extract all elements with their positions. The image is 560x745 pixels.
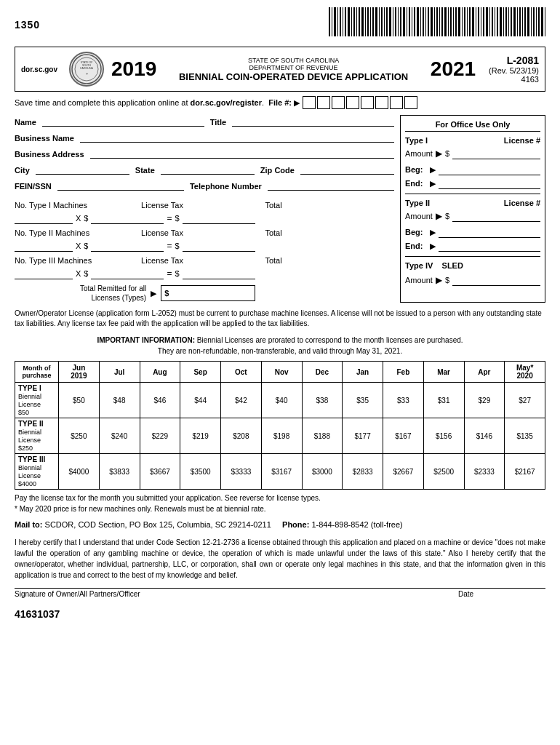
file-box-6[interactable] [375,96,388,109]
business-name-input[interactable] [80,131,394,143]
type1-end-input[interactable] [439,178,540,189]
svg-rect-33 [417,7,419,36]
right-divider-1 [405,194,540,194]
svg-rect-55 [478,7,479,36]
svg-rect-38 [431,7,433,36]
arrow-icon: ▶ [294,98,300,108]
table-header-row: Month ofpurchase Jun2019 Jul Aug Sep Oct… [15,362,545,383]
type1-tax-input[interactable] [91,212,164,224]
type1-amount-input[interactable] [452,148,540,159]
col-jun2019: Jun2019 [59,362,100,383]
phone-label: Phone: [282,520,309,529]
type3-mar: $2500 [423,454,464,490]
type2-may: $135 [505,418,545,454]
file-box-1[interactable] [303,96,316,109]
header-section: dor.sc.gov STATE OF SOUTH CAROLINA ✦ 201… [15,47,545,92]
main-content: Name Title Business Name Business Addres… [15,115,545,303]
telephone-input[interactable] [268,179,394,191]
type1-beg-input[interactable] [439,164,540,175]
header-middle: STATE OF SOUTH CAROLINA DEPARTMENT OF RE… [169,57,417,82]
svg-rect-72 [524,7,526,36]
type2-tax-input[interactable] [91,240,164,252]
svg-rect-23 [389,7,391,36]
total-remitted-label: Total Remitted for all [80,284,146,293]
type2-end-input[interactable] [439,240,540,252]
mail-label: Mail to: [15,520,43,529]
sled-amount-input[interactable] [452,274,540,286]
important-title: IMPORTANT INFORMATION: [97,336,195,344]
state-name: STATE OF SOUTH CAROLINA [169,57,417,64]
type3-tax-label: License Tax [129,256,195,265]
business-address-input[interactable] [90,147,394,159]
type2-aug: $229 [140,418,180,454]
type2-office-label: Type II [405,199,430,207]
zip-label: Zip Code [260,166,295,175]
type2-amount-input[interactable] [452,210,540,222]
important-section: IMPORTANT INFORMATION: Biennial Licenses… [15,335,545,356]
type1-x: X [76,214,81,223]
type3-total-input[interactable] [183,268,255,279]
svg-rect-53 [472,7,474,36]
svg-rect-39 [434,7,435,36]
type2-count-input[interactable] [15,240,73,252]
svg-rect-13 [361,7,364,36]
svg-rect-4 [337,7,338,36]
type2-office-header: Type II License # [405,199,540,207]
certify-section: I hereby certify that I understand that … [15,537,545,581]
type3-jul: $3833 [99,454,140,490]
type3-tax-input[interactable] [91,268,164,279]
city-input[interactable] [36,163,129,175]
svg-rect-42 [441,7,443,36]
type4-header: Type IV SLED [405,261,540,270]
type3-label: No. Type III Machines [15,256,109,265]
fein-input[interactable] [57,179,184,191]
type1-apr: $29 [464,383,505,418]
file-box-5[interactable] [361,96,374,109]
important-text: Biennial Licenses are prorated to corres… [197,336,463,344]
svg-rect-27 [400,7,401,36]
type2-feb: $167 [383,418,424,454]
type2-jan: $177 [343,418,383,454]
may-note: * May 2020 price is for new machines onl… [15,505,545,513]
file-box-3[interactable] [332,96,345,109]
file-box-2[interactable] [317,96,330,109]
file-label: File #: [268,98,292,107]
svg-rect-41 [439,7,440,36]
col-sep: Sep [180,362,221,383]
state-input[interactable] [161,163,255,175]
type2-data-row: TYPE II BiennialLicense$250 $250 $240 $2… [15,418,545,454]
right-divider-2 [405,256,540,257]
type1-total-input[interactable] [183,212,255,224]
name-input[interactable] [42,115,204,127]
svg-rect-9 [351,7,352,36]
file-box-7[interactable] [390,96,403,109]
type2-beg-input[interactable] [439,226,540,238]
type1-oct: $42 [221,383,262,418]
svg-rect-16 [370,7,371,36]
type3-oct: $3333 [221,454,262,490]
file-box-8[interactable] [404,96,417,109]
type3-count-input[interactable] [15,268,73,279]
col-apr: Apr [464,362,505,383]
svg-rect-57 [483,7,484,36]
total-amount-box[interactable]: $ [161,285,255,301]
type3-calc-row: X $ = $ [15,268,394,279]
type2-jun: $250 [59,418,100,454]
type2-end-row: End: ▶ [405,240,540,252]
svg-text:CAROLINA: CAROLINA [80,67,94,70]
type1-total-label: Total [244,201,303,210]
svg-rect-18 [375,7,377,36]
type1-feb: $33 [383,383,424,418]
svg-rect-40 [436,7,438,36]
type1-count-input[interactable] [15,212,73,224]
title-input[interactable] [232,115,394,127]
type1-total-dollar: $ [175,214,179,223]
svg-rect-8 [348,7,350,36]
file-box-4[interactable] [346,96,359,109]
type2-total-input[interactable] [183,240,255,252]
svg-rect-77 [538,7,540,36]
table-section: Month ofpurchase Jun2019 Jul Aug Sep Oct… [15,361,545,490]
svg-rect-28 [403,7,405,36]
save-link: dor.sc.gov/register [191,98,262,107]
zip-input[interactable] [300,163,394,175]
